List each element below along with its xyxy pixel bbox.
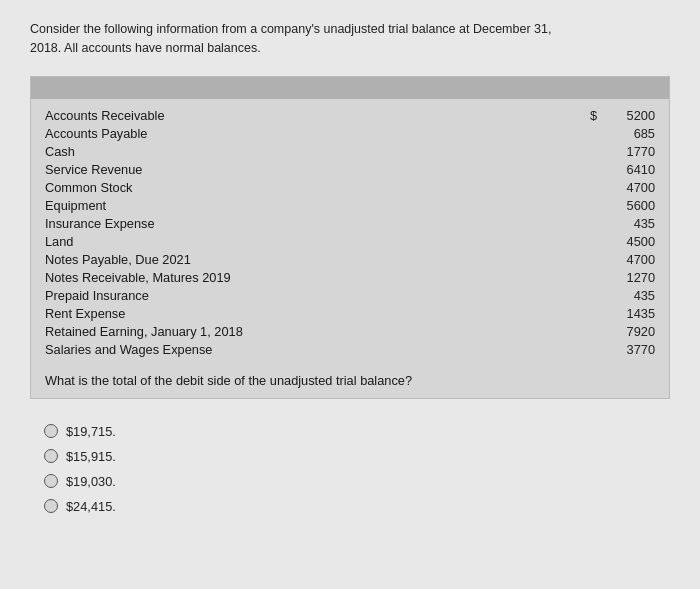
account-value: 4500: [605, 234, 655, 249]
content-box: Accounts Receivable$5200Accounts Payable…: [30, 76, 670, 399]
account-value-area: $5200: [535, 108, 655, 123]
radio-button[interactable]: [44, 424, 58, 438]
account-row: Retained Earning, January 1, 20187920: [45, 323, 655, 341]
page-container: Consider the following information from …: [0, 0, 700, 589]
account-value-area: 3770: [535, 342, 655, 357]
account-name: Accounts Receivable: [45, 108, 535, 123]
account-row: Insurance Expense435: [45, 215, 655, 233]
dollar-sign: $: [590, 108, 597, 123]
account-value-area: 1270: [535, 270, 655, 285]
account-value: 5600: [605, 198, 655, 213]
account-value-area: 7920: [535, 324, 655, 339]
account-name: Rent Expense: [45, 306, 535, 321]
account-value: 1770: [605, 144, 655, 159]
account-name: Equipment: [45, 198, 535, 213]
account-row: Equipment5600: [45, 197, 655, 215]
option-row[interactable]: $19,715.: [44, 419, 656, 444]
account-value-area: 4700: [535, 180, 655, 195]
account-value-area: 1435: [535, 306, 655, 321]
option-label: $15,915.: [66, 449, 116, 464]
question-text: What is the total of the debit side of t…: [31, 369, 669, 398]
account-row: Land4500: [45, 233, 655, 251]
account-name: Service Revenue: [45, 162, 535, 177]
account-row: Accounts Receivable$5200: [45, 107, 655, 125]
account-name: Cash: [45, 144, 535, 159]
account-name: Notes Payable, Due 2021: [45, 252, 535, 267]
account-value: 6410: [605, 162, 655, 177]
account-name: Prepaid Insurance: [45, 288, 535, 303]
account-value-area: 6410: [535, 162, 655, 177]
account-value-area: 435: [535, 288, 655, 303]
account-name: Notes Receivable, Matures 2019: [45, 270, 535, 285]
account-row: Prepaid Insurance435: [45, 287, 655, 305]
option-row[interactable]: $24,415.: [44, 494, 656, 519]
radio-button[interactable]: [44, 499, 58, 513]
account-name: Salaries and Wages Expense: [45, 342, 535, 357]
account-value: 435: [605, 288, 655, 303]
account-name: Common Stock: [45, 180, 535, 195]
account-value-area: 435: [535, 216, 655, 231]
account-value-area: 5600: [535, 198, 655, 213]
account-value: 3770: [605, 342, 655, 357]
option-label: $24,415.: [66, 499, 116, 514]
accounts-table: Accounts Receivable$5200Accounts Payable…: [31, 99, 669, 369]
account-row: Cash1770: [45, 143, 655, 161]
options-section: $19,715.$15,915.$19,030.$24,415.: [30, 413, 670, 523]
account-value-area: 4500: [535, 234, 655, 249]
account-value: 1435: [605, 306, 655, 321]
account-value: 5200: [605, 108, 655, 123]
account-row: Salaries and Wages Expense3770: [45, 341, 655, 359]
account-value: 7920: [605, 324, 655, 339]
account-row: Accounts Payable685: [45, 125, 655, 143]
account-value-area: 4700: [535, 252, 655, 267]
account-name: Retained Earning, January 1, 2018: [45, 324, 535, 339]
radio-button[interactable]: [44, 449, 58, 463]
account-value-area: 685: [535, 126, 655, 141]
table-header: [31, 77, 669, 99]
account-row: Service Revenue6410: [45, 161, 655, 179]
intro-line2: 2018. All accounts have normal balances.: [30, 41, 261, 55]
account-value: 4700: [605, 252, 655, 267]
intro-line1: Consider the following information from …: [30, 22, 551, 36]
option-row[interactable]: $19,030.: [44, 469, 656, 494]
intro-text: Consider the following information from …: [30, 20, 670, 58]
account-row: Common Stock4700: [45, 179, 655, 197]
account-name: Insurance Expense: [45, 216, 535, 231]
account-value: 1270: [605, 270, 655, 285]
account-value: 435: [605, 216, 655, 231]
option-label: $19,715.: [66, 424, 116, 439]
radio-button[interactable]: [44, 474, 58, 488]
account-name: Accounts Payable: [45, 126, 535, 141]
account-row: Notes Receivable, Matures 20191270: [45, 269, 655, 287]
account-row: Rent Expense1435: [45, 305, 655, 323]
account-value-area: 1770: [535, 144, 655, 159]
account-name: Land: [45, 234, 535, 249]
account-value: 4700: [605, 180, 655, 195]
option-row[interactable]: $15,915.: [44, 444, 656, 469]
option-label: $19,030.: [66, 474, 116, 489]
account-value: 685: [605, 126, 655, 141]
account-row: Notes Payable, Due 20214700: [45, 251, 655, 269]
